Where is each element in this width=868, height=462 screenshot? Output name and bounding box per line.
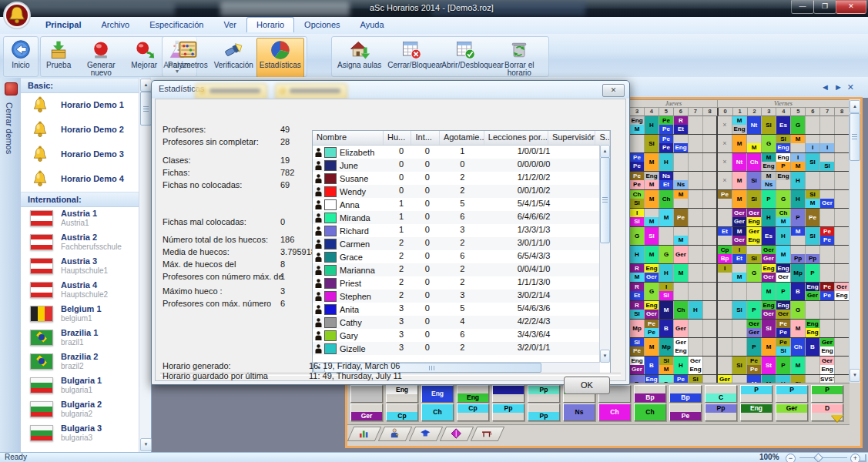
lesson-card[interactable]: Eng: [776, 172, 790, 180]
table-row-cathy[interactable]: Cathy3044/2/2/4/3: [313, 316, 610, 329]
timetable-cell[interactable]: Ch: [791, 338, 806, 356]
lesson-card[interactable]: G: [659, 246, 673, 263]
timetable-cell[interactable]: M: [674, 190, 689, 208]
timetable-cell[interactable]: Sl: [645, 227, 659, 245]
lesson-card[interactable]: Ger: [806, 291, 819, 300]
timetable-cell[interactable]: GerEng: [820, 357, 835, 374]
timetable-cell[interactable]: Pp: [806, 246, 820, 263]
lesson-card[interactable]: P: [776, 162, 790, 171]
column-header-nombre[interactable]: Nombre: [313, 131, 384, 145]
timetable-cell[interactable]: Ger: [674, 246, 689, 263]
lesson-card[interactable]: G: [776, 190, 790, 208]
lesson-card[interactable]: Eng: [806, 320, 819, 328]
view-tab-teachers[interactable]: [378, 427, 412, 441]
timetable-cell[interactable]: ×: [718, 135, 732, 152]
table-row-priest[interactable]: Priest2021/1/1/3/0: [313, 276, 610, 290]
lesson-card[interactable]: B: [645, 357, 659, 374]
timetable-cell[interactable]: ChM: [776, 209, 791, 226]
lesson-card[interactable]: Sl: [747, 172, 761, 189]
lesson-card[interactable]: Ger: [762, 246, 776, 254]
sidebar-item-belgium-1[interactable]: Belgium 1belgium1: [21, 303, 139, 326]
lesson-card[interactable]: Ch: [776, 209, 790, 217]
timetable-cell[interactable]: G: [776, 190, 791, 208]
timetable-cell[interactable]: [703, 357, 718, 374]
lesson-card[interactable]: Ger: [747, 209, 761, 217]
timetable-cell[interactable]: G: [791, 301, 806, 319]
lesson-card[interactable]: Eng: [776, 153, 790, 162]
timetable-cell[interactable]: [747, 283, 762, 300]
timetable-cell[interactable]: M: [645, 338, 659, 356]
timetable-vertical-scrollbar[interactable]: ▲ ▼: [849, 99, 860, 383]
lesson-card[interactable]: P: [791, 209, 805, 226]
lesson-card[interactable]: Sl: [806, 227, 819, 245]
tray-card-p[interactable]: P: [776, 385, 808, 403]
timetable-cell[interactable]: M: [645, 190, 659, 208]
timetable-cell[interactable]: [835, 375, 850, 383]
lesson-card[interactable]: Sl: [630, 217, 644, 226]
lesson-card[interactable]: Ch: [747, 153, 761, 171]
timetable-cell[interactable]: M: [659, 301, 674, 319]
timetable-cell[interactable]: H: [630, 246, 645, 263]
timetable-cell[interactable]: MGer: [732, 227, 747, 245]
timetable-cell[interactable]: ×: [718, 116, 732, 134]
lesson-card[interactable]: Ger: [762, 273, 776, 282]
timetable-cell[interactable]: PePe: [820, 227, 835, 245]
lesson-card[interactable]: Sl: [659, 357, 673, 365]
timetable-cell[interactable]: GerEng: [820, 338, 835, 356]
table-row-wendy[interactable]: Wendy0020/0/1/0/2: [313, 185, 610, 198]
scrollbar-thumb[interactable]: [600, 157, 610, 243]
lesson-card[interactable]: Ger: [645, 310, 659, 319]
lesson-card[interactable]: Sl: [791, 375, 805, 383]
lesson-card[interactable]: Sl: [776, 135, 790, 143]
cerrar-bloquear-button[interactable]: Cerrar/Bloquear: [384, 38, 438, 78]
timetable-cell[interactable]: [689, 246, 703, 263]
sidebar-item-horario-demo-2[interactable]: Horario Demo 2: [21, 118, 139, 142]
lesson-card[interactable]: Pe: [820, 227, 834, 236]
lesson-card[interactable]: Et: [659, 180, 673, 189]
timetable-cell[interactable]: Sl: [806, 227, 820, 245]
timetable-cell[interactable]: CpBp: [718, 246, 732, 263]
tray-card-ger[interactable]: Ger: [350, 403, 383, 421]
lesson-card[interactable]: Ger: [689, 357, 702, 365]
scroll-up-icon[interactable]: ▲: [850, 100, 860, 113]
lesson-card[interactable]: G: [762, 135, 776, 152]
lesson-card[interactable]: Pe: [645, 320, 659, 328]
timetable-cell[interactable]: [835, 227, 850, 245]
tray-card-pp[interactable]: Pp: [528, 403, 560, 421]
lesson-card[interactable]: M: [732, 172, 746, 189]
lesson-card[interactable]: H: [689, 301, 702, 319]
tray-card-ger[interactable]: Ger: [776, 403, 808, 421]
timetable-cell[interactable]: NsEt: [659, 172, 674, 189]
timetable-cell[interactable]: PePe: [747, 357, 762, 374]
timetable-cell[interactable]: GerEng: [835, 283, 850, 300]
sidebar-scrollbar[interactable]: ▲ ▼: [139, 78, 151, 452]
view-tab-subjects[interactable]: [440, 427, 474, 441]
lesson-card[interactable]: Pp: [791, 254, 805, 263]
timetable-cell[interactable]: [703, 135, 718, 152]
tray-card-cp[interactable]: Cp: [457, 403, 489, 421]
timetable-cell[interactable]: PeSl: [776, 338, 791, 356]
timetable-cell[interactable]: [718, 283, 732, 300]
timetable-cell[interactable]: H: [776, 227, 791, 245]
lesson-card[interactable]: M: [645, 338, 659, 356]
timetable-cell[interactable]: [806, 375, 820, 383]
timetable-cell[interactable]: Pe: [674, 209, 689, 226]
timetable-cell[interactable]: EngGer: [645, 264, 659, 282]
timetable-cell[interactable]: H: [776, 375, 791, 383]
timetable-cell[interactable]: EngM: [645, 172, 659, 189]
lesson-card[interactable]: M: [791, 320, 805, 337]
tray-card-c[interactable]: C: [705, 385, 737, 403]
timetable-cell[interactable]: [689, 227, 703, 245]
table-row-elizabeth[interactable]: Elizabeth0011/0/0/1/1: [313, 146, 610, 159]
menu-tab-opciones[interactable]: Opciones: [294, 17, 350, 32]
lesson-card[interactable]: Pe: [674, 209, 688, 226]
lesson-card[interactable]: M: [747, 143, 761, 152]
lesson-card[interactable]: B: [659, 320, 673, 337]
table-row-grace[interactable]: Grace2066/5/4/3/3: [313, 250, 610, 263]
lesson-card[interactable]: B: [791, 283, 805, 300]
lesson-card[interactable]: M: [645, 246, 659, 263]
column-header-hu[interactable]: Hu...: [384, 131, 411, 145]
timetable-cell[interactable]: M: [791, 135, 806, 152]
timetable-cell[interactable]: B: [791, 283, 806, 300]
lesson-card[interactable]: Mp: [659, 338, 673, 356]
